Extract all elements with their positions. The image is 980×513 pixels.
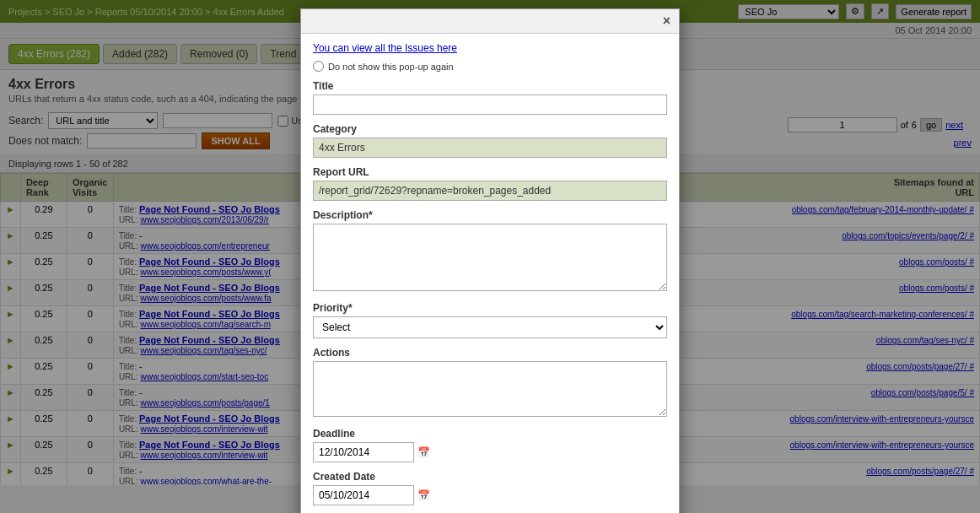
- issues-link[interactable]: You can view all the Issues here: [313, 42, 667, 54]
- field-report-url: Report URL /report_grid/72629?repname=br…: [313, 166, 667, 201]
- priority-select[interactable]: Select High Medium Low: [313, 316, 667, 338]
- title-input[interactable]: [313, 94, 667, 115]
- deadline-label: Deadline: [313, 428, 667, 440]
- priority-label: Priority*: [313, 302, 667, 314]
- no-popup-label: Do not show this pop-up again: [328, 62, 454, 72]
- created-date-label: Created Date: [313, 471, 667, 483]
- category-label: Category: [313, 123, 667, 135]
- deadline-input[interactable]: [313, 442, 414, 462]
- no-popup-radio[interactable]: [313, 61, 324, 72]
- deadline-calendar-icon[interactable]: 📅: [417, 446, 430, 458]
- no-popup-row: Do not show this pop-up again: [313, 61, 667, 72]
- field-description: Description*: [313, 209, 667, 294]
- field-deadline: Deadline 📅: [313, 428, 667, 462]
- modal-body: You can view all the Issues here Do not …: [301, 34, 679, 513]
- modal-header: ×: [301, 9, 679, 34]
- modal-overlay: × You can view all the Issues here Do no…: [0, 0, 980, 513]
- title-label: Title: [313, 80, 667, 92]
- report-url-label: Report URL: [313, 166, 667, 178]
- category-value: 4xx Errors: [313, 138, 667, 158]
- field-actions: Actions: [313, 347, 667, 419]
- modal-close-button[interactable]: ×: [663, 14, 670, 28]
- created-date-input[interactable]: [313, 485, 414, 505]
- description-textarea[interactable]: [313, 224, 667, 291]
- report-url-value: /report_grid/72629?repname=broken_pages_…: [313, 181, 667, 201]
- issue-modal: × You can view all the Issues here Do no…: [300, 8, 680, 513]
- actions-textarea[interactable]: [313, 361, 667, 417]
- created-date-calendar-icon[interactable]: 📅: [417, 489, 430, 501]
- field-title: Title: [313, 80, 667, 115]
- description-label: Description*: [313, 209, 667, 221]
- actions-label: Actions: [313, 347, 667, 359]
- field-created-date: Created Date 📅: [313, 471, 667, 505]
- field-priority: Priority* Select High Medium Low: [313, 302, 667, 338]
- page-container: Projects > SEO Jo > Reports 05/10/2014 2…: [0, 0, 980, 513]
- field-category: Category 4xx Errors: [313, 123, 667, 158]
